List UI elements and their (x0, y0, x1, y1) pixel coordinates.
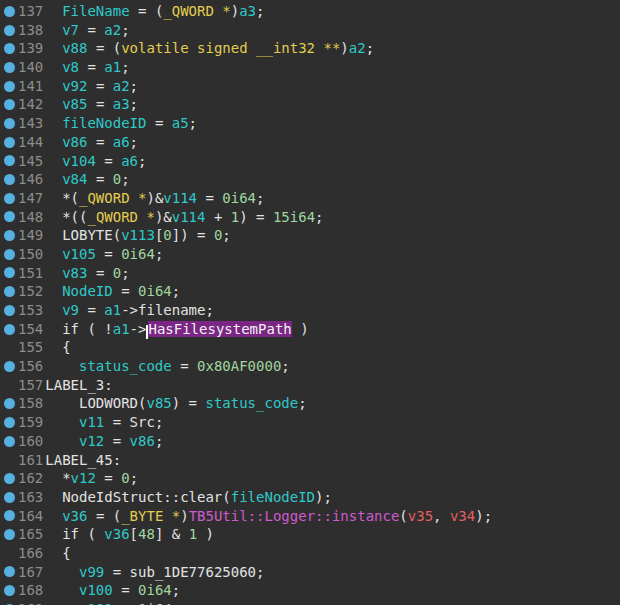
breakpoint-gutter[interactable] (0, 488, 18, 507)
breakpoint-icon[interactable] (4, 155, 15, 166)
breakpoint-icon[interactable] (4, 137, 15, 148)
code-text: { (43, 338, 70, 357)
breakpoint-icon[interactable] (4, 398, 15, 409)
breakpoint-icon[interactable] (4, 81, 15, 92)
code-line[interactable]: 138 v7 = a2; (0, 21, 620, 40)
code-line[interactable]: 157LABEL_3: (0, 376, 620, 395)
token-plain: LOBYTE( (62, 227, 121, 243)
code-line[interactable]: 144 v86 = a6; (0, 133, 620, 152)
breakpoint-icon[interactable] (4, 99, 15, 110)
breakpoint-icon[interactable] (4, 492, 15, 503)
code-line[interactable]: 142 v85 = a3; (0, 95, 620, 114)
breakpoint-gutter[interactable] (0, 357, 18, 376)
breakpoint-icon[interactable] (4, 174, 15, 185)
code-line[interactable]: 137 FileName = (_QWORD *)a3; (0, 2, 620, 21)
breakpoint-gutter[interactable] (0, 264, 18, 283)
code-line[interactable]: 151 v83 = 0; (0, 264, 620, 283)
breakpoint-icon[interactable] (4, 6, 15, 17)
code-line[interactable]: 147 *(_QWORD *)&v114 = 0i64; (0, 189, 620, 208)
breakpoint-icon[interactable] (4, 305, 15, 316)
breakpoint-icon[interactable] (4, 585, 15, 596)
code-line[interactable]: 150 v105 = 0i64; (0, 245, 620, 264)
breakpoint-gutter[interactable] (0, 301, 18, 320)
breakpoint-gutter[interactable] (0, 394, 18, 413)
breakpoint-icon[interactable] (4, 193, 15, 204)
breakpoint-icon[interactable] (4, 510, 15, 521)
token-var: fileNodeID (231, 489, 315, 505)
code-line[interactable]: 158 LODWORD(v85) = status_code; (0, 394, 620, 413)
token-plain: ; (172, 582, 180, 598)
code-line[interactable]: 146 v84 = 0; (0, 170, 620, 189)
breakpoint-gutter[interactable] (0, 581, 18, 600)
breakpoint-icon[interactable] (4, 249, 15, 260)
code-line[interactable]: 156 status_code = 0x80AF0000; (0, 357, 620, 376)
breakpoint-icon[interactable] (4, 361, 15, 372)
breakpoint-gutter[interactable] (0, 320, 18, 339)
code-line[interactable]: 154 if ( !a1->HasFilesystemPath ) (0, 320, 620, 339)
code-line[interactable]: 161LABEL_45: (0, 451, 620, 470)
breakpoint-icon[interactable] (4, 436, 15, 447)
code-line[interactable]: 141 v92 = a2; (0, 77, 620, 96)
breakpoint-icon[interactable] (4, 25, 15, 36)
breakpoint-icon[interactable] (4, 286, 15, 297)
breakpoint-gutter[interactable] (0, 152, 18, 171)
breakpoint-gutter[interactable] (0, 451, 18, 470)
token-plain: , (433, 508, 450, 524)
breakpoint-icon[interactable] (4, 62, 15, 73)
code-line[interactable]: 145 v104 = a6; (0, 152, 620, 171)
breakpoint-gutter[interactable] (0, 170, 18, 189)
code-line[interactable]: 155 { (0, 338, 620, 357)
breakpoint-gutter[interactable] (0, 338, 18, 357)
breakpoint-gutter[interactable] (0, 282, 18, 301)
breakpoint-gutter[interactable] (0, 95, 18, 114)
code-line[interactable]: 166 { (0, 544, 620, 563)
breakpoint-icon[interactable] (4, 529, 15, 540)
breakpoint-icon[interactable] (4, 566, 15, 577)
code-line[interactable]: 168 v100 = 0i64; (0, 581, 620, 600)
breakpoint-gutter[interactable] (0, 39, 18, 58)
breakpoint-gutter[interactable] (0, 507, 18, 526)
breakpoint-gutter[interactable] (0, 544, 18, 563)
breakpoint-gutter[interactable] (0, 114, 18, 133)
breakpoint-gutter[interactable] (0, 432, 18, 451)
code-line[interactable]: 152 NodeID = 0i64; (0, 282, 620, 301)
breakpoint-gutter[interactable] (0, 189, 18, 208)
breakpoint-icon[interactable] (4, 43, 15, 54)
breakpoint-gutter[interactable] (0, 77, 18, 96)
breakpoint-gutter[interactable] (0, 133, 18, 152)
breakpoint-gutter[interactable] (0, 245, 18, 264)
code-line[interactable]: 149 LOBYTE(v113[0]) = 0; (0, 226, 620, 245)
breakpoint-icon[interactable] (4, 267, 15, 278)
breakpoint-gutter[interactable] (0, 208, 18, 227)
code-line[interactable]: 164 v36 = (_BYTE *)TB5Util::Logger::inst… (0, 507, 620, 526)
code-line[interactable]: 163 NodeIdStruct::clear(fileNodeID); (0, 488, 620, 507)
breakpoint-gutter[interactable] (0, 469, 18, 488)
code-line[interactable]: 140 v8 = a1; (0, 58, 620, 77)
code-line[interactable]: 159 v11 = Src; (0, 413, 620, 432)
breakpoint-gutter[interactable] (0, 525, 18, 544)
code-line[interactable]: 148 *((_QWORD *)&v114 + 1) = 15i64; (0, 208, 620, 227)
code-line[interactable]: 162 *v12 = 0; (0, 469, 620, 488)
code-line[interactable]: 167 v99 = sub_1DE77625060; (0, 563, 620, 582)
breakpoint-gutter[interactable] (0, 226, 18, 245)
breakpoint-icon[interactable] (4, 417, 15, 428)
code-line[interactable]: 160 v12 = v86; (0, 432, 620, 451)
breakpoint-gutter[interactable] (0, 21, 18, 40)
breakpoint-icon[interactable] (4, 324, 15, 335)
breakpoint-gutter[interactable] (0, 413, 18, 432)
pseudocode-listing[interactable]: 137 FileName = (_QWORD *)a3;138 v7 = a2;… (0, 0, 620, 605)
breakpoint-gutter[interactable] (0, 376, 18, 395)
code-line[interactable]: 143 fileNodeID = a5; (0, 114, 620, 133)
breakpoint-icon[interactable] (4, 211, 15, 222)
code-line[interactable]: 153 v9 = a1->filename; (0, 301, 620, 320)
code-line[interactable]: 165 if ( v36[48] & 1 ) (0, 525, 620, 544)
code-line[interactable]: 169 v101 = 0i64; (0, 600, 620, 605)
breakpoint-gutter[interactable] (0, 563, 18, 582)
breakpoint-gutter[interactable] (0, 2, 18, 21)
breakpoint-gutter[interactable] (0, 58, 18, 77)
breakpoint-gutter[interactable] (0, 600, 18, 605)
code-line[interactable]: 139 v88 = (volatile signed __int32 **)a2… (0, 39, 620, 58)
breakpoint-icon[interactable] (4, 118, 15, 129)
breakpoint-icon[interactable] (4, 473, 15, 484)
breakpoint-icon[interactable] (4, 230, 15, 241)
